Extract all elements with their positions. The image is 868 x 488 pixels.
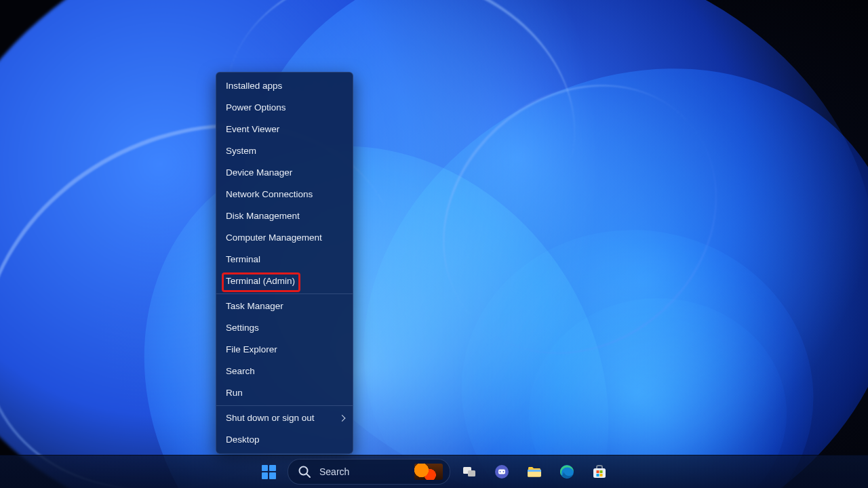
menu-item-label: Computer Management xyxy=(226,232,322,243)
menu-item-label: Search xyxy=(226,366,255,376)
taskbar-center-group: Search xyxy=(255,458,613,485)
menu-item-label: Task Manager xyxy=(226,301,283,311)
menu-item-device-manager[interactable]: Device Manager xyxy=(216,162,353,184)
chevron-right-icon xyxy=(339,415,346,422)
menu-item-disk-management[interactable]: Disk Management xyxy=(216,205,353,227)
edge-icon xyxy=(559,464,575,480)
menu-item-shut-down-or-sign-out[interactable]: Shut down or sign out xyxy=(216,407,353,429)
menu-item-event-viewer[interactable]: Event Viewer xyxy=(216,119,353,140)
menu-item-label: Event Viewer xyxy=(226,124,279,134)
task-view-button[interactable] xyxy=(456,458,483,485)
menu-item-installed-apps[interactable]: Installed apps xyxy=(216,75,353,97)
menu-item-label: Network Connections xyxy=(226,189,313,199)
svg-rect-11 xyxy=(593,468,606,478)
menu-item-label: Settings xyxy=(226,323,259,333)
start-button[interactable] xyxy=(255,458,282,485)
menu-item-label: Shut down or sign out xyxy=(226,413,315,423)
svg-rect-12 xyxy=(597,470,599,473)
menu-item-search[interactable]: Search xyxy=(216,361,353,382)
windows-logo-icon xyxy=(262,465,276,479)
chat-button[interactable] xyxy=(488,458,515,485)
menu-item-label: System xyxy=(226,146,256,156)
file-explorer-button[interactable] xyxy=(521,458,548,485)
menu-item-terminal-admin[interactable]: Terminal (Admin) xyxy=(216,270,353,292)
menu-item-label: Terminal xyxy=(226,254,260,264)
svg-point-7 xyxy=(503,471,505,472)
menu-item-settings[interactable]: Settings xyxy=(216,317,353,339)
menu-item-label: Power Options xyxy=(226,102,286,113)
menu-item-computer-management[interactable]: Computer Management xyxy=(216,227,353,249)
menu-item-power-options[interactable]: Power Options xyxy=(216,97,353,119)
menu-item-label: Device Manager xyxy=(226,167,292,178)
svg-line-1 xyxy=(307,474,310,477)
menu-item-label: Disk Management xyxy=(226,211,300,221)
chat-icon xyxy=(494,464,510,480)
menu-item-label: Desktop xyxy=(226,434,260,445)
menu-separator xyxy=(216,405,353,406)
folder-icon xyxy=(526,464,542,480)
svg-rect-9 xyxy=(528,470,541,472)
task-view-icon xyxy=(461,464,477,480)
winx-context-menu[interactable]: Installed appsPower OptionsEvent ViewerS… xyxy=(216,72,353,454)
svg-rect-3 xyxy=(468,470,475,476)
svg-point-6 xyxy=(500,471,501,472)
desktop-wallpaper xyxy=(0,0,868,488)
menu-item-desktop[interactable]: Desktop xyxy=(216,429,353,451)
taskbar: Search xyxy=(0,455,868,488)
search-news-thumbnail xyxy=(414,464,443,480)
svg-rect-15 xyxy=(600,474,603,476)
menu-item-task-manager[interactable]: Task Manager xyxy=(216,296,353,317)
svg-rect-13 xyxy=(600,470,603,473)
search-placeholder-text: Search xyxy=(319,466,408,477)
menu-item-label: File Explorer xyxy=(226,344,277,354)
menu-item-run[interactable]: Run xyxy=(216,382,353,404)
taskbar-search-box[interactable]: Search xyxy=(288,459,450,485)
svg-rect-14 xyxy=(597,474,599,476)
menu-item-system[interactable]: System xyxy=(216,140,353,162)
search-icon xyxy=(296,464,313,480)
store-icon xyxy=(591,464,608,480)
menu-separator xyxy=(216,293,353,294)
microsoft-store-button[interactable] xyxy=(586,458,613,485)
menu-item-file-explorer[interactable]: File Explorer xyxy=(216,339,353,361)
menu-item-terminal[interactable]: Terminal xyxy=(216,249,353,270)
menu-item-label: Terminal (Admin) xyxy=(226,276,295,286)
edge-button[interactable] xyxy=(553,458,580,485)
menu-item-label: Run xyxy=(226,388,243,398)
menu-item-label: Installed apps xyxy=(226,81,282,91)
menu-item-network-connections[interactable]: Network Connections xyxy=(216,184,353,205)
